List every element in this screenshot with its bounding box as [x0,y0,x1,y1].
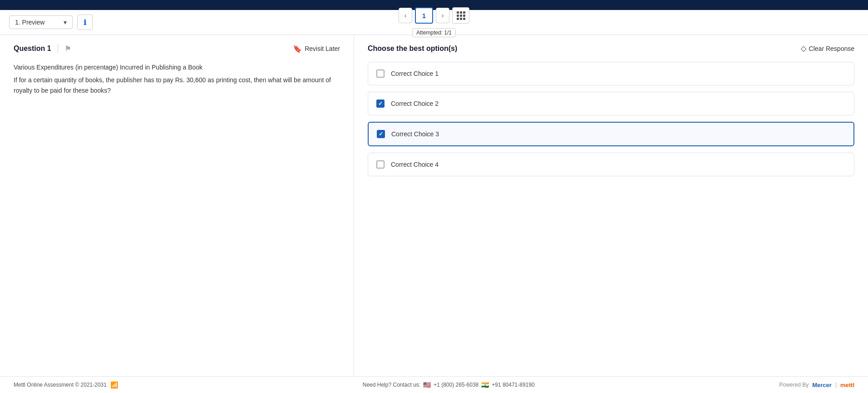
preview-dropdown[interactable]: 1. Preview ▾ [9,15,73,29]
question-label: Question 1 [14,45,51,53]
us-phone: +1 (800) 265-6038 [434,382,478,388]
prev-page-button[interactable]: ‹ [399,8,412,23]
copyright-text: Mettl Online Assessment © 2021-2031 [14,382,107,388]
wifi-icon: 📶 [110,381,118,388]
checkbox-1[interactable] [376,70,385,78]
clear-response-label: Clear Response [809,45,854,52]
options-title: Choose the best option(s) [368,45,457,53]
choice-option-3[interactable]: Correct Choice 3 [368,122,854,146]
page-nav: ‹ 1 › [399,7,469,24]
attempted-badge: Attempted: 1/1 [412,28,456,37]
us-flag-icon: 🇺🇸 [423,381,431,388]
question-panel: Question 1 ⚑ 🔖 Revisit Later Various Exp… [0,35,354,376]
powered-by-text: Powered By [779,382,809,388]
revisit-label: Revisit Later [305,45,340,52]
current-page[interactable]: 1 [415,7,433,24]
info-button[interactable]: ℹ [77,15,93,30]
question-header: Question 1 ⚑ 🔖 Revisit Later [14,44,340,53]
footer-left: Mettl Online Assessment © 2021-2031 📶 [14,381,118,388]
preview-label: 1. Preview [15,19,44,26]
footer-center: Need Help? Contact us: 🇺🇸 +1 (800) 265-6… [363,381,535,388]
checkbox-3[interactable] [377,130,385,138]
options-header: Choose the best option(s) ◇ Clear Respon… [368,44,854,53]
choice-label-4: Correct Choice 4 [391,161,439,168]
choice-label-2: Correct Choice 2 [391,100,439,107]
header-left: 1. Preview ▾ ℹ [9,15,93,30]
choice-option-4[interactable]: Correct Choice 4 [368,153,854,176]
choice-option-1[interactable]: Correct Choice 1 [368,62,854,85]
question-text: Various Expenditures (in percentage) Inc… [14,62,340,95]
choice-label-1: Correct Choice 1 [391,70,439,77]
question-line2: If for a certain quantity of books, the … [14,75,340,95]
question-title: Question 1 ⚑ [14,44,71,53]
grid-view-button[interactable] [452,7,469,24]
mercer-logo-text: Mercer [812,382,832,388]
header-center: ‹ 1 › Attempted: 1/1 [399,7,469,37]
choice-label-3: Correct Choice 3 [391,130,439,138]
india-flag-icon: 🇮🇳 [481,381,489,388]
divider [58,44,58,53]
info-icon: ℹ [84,18,86,27]
main-content: Question 1 ⚑ 🔖 Revisit Later Various Exp… [0,35,868,376]
clear-icon: ◇ [801,44,806,53]
india-phone: +91 80471-89190 [492,382,534,388]
clear-response-button[interactable]: ◇ Clear Response [801,44,854,53]
footer: Mettl Online Assessment © 2021-2031 📶 Ne… [0,376,868,393]
bookmark-icon: 🔖 [293,45,302,53]
flag-icon[interactable]: ⚑ [64,45,71,53]
next-page-button[interactable]: › [436,8,449,23]
revisit-later-button[interactable]: 🔖 Revisit Later [293,45,340,53]
mettl-logo-text: mettl [840,382,854,388]
logo-divider: | [835,382,837,388]
question-line1: Various Expenditures (in percentage) Inc… [14,62,340,72]
options-panel: Choose the best option(s) ◇ Clear Respon… [354,35,868,376]
chevron-down-icon: ▾ [64,19,67,26]
help-text: Need Help? Contact us: [363,382,420,388]
checkbox-2[interactable] [376,99,385,108]
grid-icon [457,11,465,20]
checkbox-4[interactable] [376,160,385,169]
footer-right: Powered By Mercer | mettl [779,382,854,388]
choice-option-2[interactable]: Correct Choice 2 [368,92,854,115]
header: 1. Preview ▾ ℹ ‹ 1 › Attempted: 1/1 [0,10,868,35]
